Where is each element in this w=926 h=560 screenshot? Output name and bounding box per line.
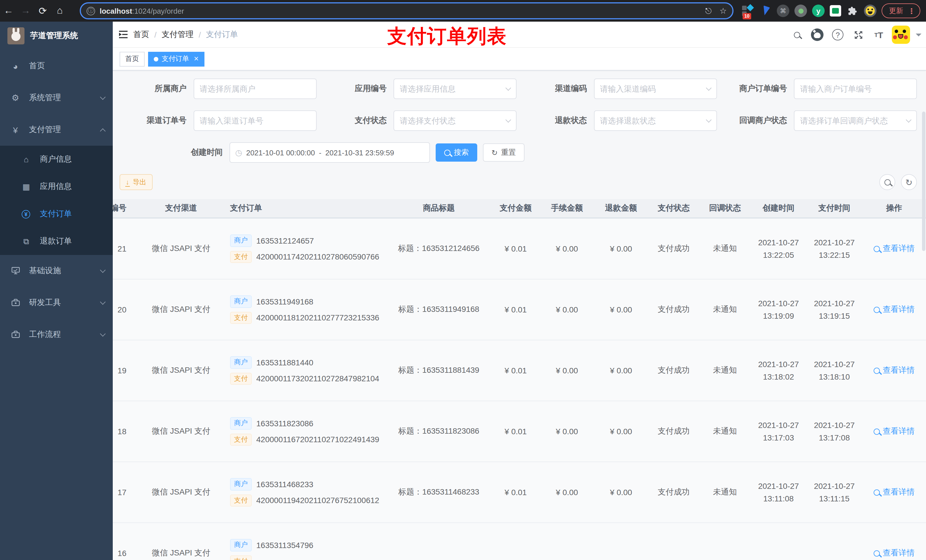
sidebar-item-home[interactable]: ◕ 首页	[0, 50, 113, 82]
chevron-up-icon	[100, 128, 106, 134]
select-caret-icon	[505, 117, 511, 123]
date-range-input[interactable]: ◷ 2021-10-01 00:00:00 - 2021-10-31 23:59…	[230, 142, 430, 163]
view-detail-link[interactable]: 查看详情	[874, 305, 915, 315]
filter-input-control[interactable]	[600, 84, 707, 93]
filter-input-control[interactable]	[800, 84, 911, 93]
filter-input-control[interactable]	[400, 116, 506, 125]
site-info-icon[interactable]: ⓘ	[86, 6, 95, 15]
extension-y-icon[interactable]: y	[812, 5, 825, 17]
view-detail-link[interactable]: 查看详情	[874, 487, 915, 497]
filter-input[interactable]	[794, 110, 917, 131]
sidebar-item-payment[interactable]: ¥ 支付管理	[0, 114, 113, 146]
filter-input[interactable]	[594, 78, 717, 99]
filter-input-control[interactable]	[800, 116, 906, 125]
table-row[interactable]: 18 微信 JSAPI 支付 商户 1635311823086 支付	[113, 401, 926, 462]
sidebar-item-pay-order[interactable]: ¥ 支付订单	[0, 200, 113, 228]
sidebar-item-infrastructure[interactable]: 基础设施	[0, 255, 113, 287]
table-row[interactable]: 21 微信 JSAPI 支付 商户 1635312124657 支付	[113, 219, 926, 279]
sidebar-item-merchant-info[interactable]: ⌂ 商户信息	[0, 146, 113, 173]
filter-input[interactable]	[193, 110, 316, 131]
filter-input-control[interactable]	[200, 116, 310, 125]
avatar-caret-icon[interactable]	[916, 33, 921, 39]
cell-amount: ¥ 0.01	[492, 427, 540, 436]
export-button[interactable]: ↓ 导出	[120, 174, 153, 190]
table-row[interactable]: 16 微信 JSAPI 支付 商户 1635311354796 支付	[113, 523, 926, 560]
sidebar-item-workflow[interactable]: 工作流程	[0, 319, 113, 350]
logo-avatar	[8, 27, 24, 44]
table-row[interactable]: 20 微信 JSAPI 支付 商户 1635311949168 支付	[113, 279, 926, 340]
share-icon[interactable]: ⎋	[705, 6, 711, 16]
date-filter-label: 创建时间	[116, 147, 230, 158]
back-icon[interactable]: ←	[0, 2, 17, 20]
extension-kite-icon[interactable]	[759, 5, 772, 17]
reload-icon[interactable]: ⟳	[34, 2, 51, 20]
breadcrumb-home[interactable]: 首页	[133, 29, 149, 39]
search-icon[interactable]	[789, 27, 804, 42]
fullscreen-icon[interactable]	[851, 27, 865, 42]
tab-pay-order[interactable]: 支付订单 ✕	[148, 51, 204, 66]
view-detail-link[interactable]: 查看详情	[874, 365, 915, 376]
extension-command-icon[interactable]: ⌘	[777, 5, 789, 17]
filter-label: 商户订单编号	[739, 84, 794, 94]
close-tab-icon[interactable]: ✕	[194, 55, 199, 63]
extensions-puzzle-icon[interactable]	[846, 5, 859, 17]
table-row[interactable]: 19 微信 JSAPI 支付 商户 1635311881440 支付	[113, 340, 926, 401]
view-detail-link[interactable]: 查看详情	[874, 244, 915, 254]
extension-chat-icon[interactable]	[830, 5, 841, 17]
merchant-order-no: 1635311823086	[256, 418, 313, 428]
tab-home[interactable]: 首页	[120, 51, 145, 66]
filter-input[interactable]	[594, 110, 717, 131]
collapse-sidebar-icon[interactable]	[113, 30, 133, 39]
home-icon[interactable]: ⌂	[51, 2, 68, 20]
update-button[interactable]: 更新 ⋮	[882, 3, 920, 18]
sidebar-item-app-info[interactable]: ▦ 应用信息	[0, 173, 113, 200]
filter-input[interactable]	[393, 78, 516, 99]
cell-status: 支付成功	[648, 487, 699, 497]
page-scrollbar[interactable]	[922, 112, 925, 251]
grid-icon: ▦	[22, 182, 31, 191]
user-avatar[interactable]	[892, 26, 910, 44]
extension-grid-icon[interactable]: 10	[741, 5, 754, 17]
merchant-tag: 商户	[230, 356, 252, 368]
help-icon[interactable]: ?	[830, 27, 845, 42]
cell-channel: 微信 JSAPI 支付	[136, 305, 227, 315]
profile-avatar[interactable]	[864, 5, 876, 17]
view-detail-link[interactable]: 查看详情	[874, 548, 915, 558]
sidebar-item-dev-tools[interactable]: 研发工具	[0, 287, 113, 319]
search-button[interactable]: 搜索	[436, 143, 477, 162]
font-size-icon[interactable]: TT	[872, 27, 886, 42]
merchant-order-no: 1635312124657	[256, 236, 314, 245]
cell-create-time: 2021-10-2713:18:02	[750, 358, 806, 383]
breadcrumb-payment[interactable]: 支付管理	[162, 29, 194, 39]
pay-tag: 支付	[230, 312, 252, 324]
filter-input-control[interactable]	[400, 84, 506, 93]
bookmark-star-icon[interactable]: ☆	[720, 6, 727, 15]
filter-field: 退款状态	[516, 110, 717, 131]
toggle-search-button[interactable]	[879, 174, 895, 190]
extension-dot-icon[interactable]	[794, 5, 807, 17]
filter-input[interactable]	[794, 78, 917, 99]
cell-notify: 未通知	[699, 244, 750, 254]
filter-label: 退款状态	[555, 116, 594, 126]
sidebar-item-refund-order[interactable]: ⧉ 退款订单	[0, 228, 113, 255]
address-bar[interactable]: ⓘ localhost:1024/pay/order ⎋ ☆	[80, 2, 734, 20]
filter-input[interactable]	[393, 110, 516, 131]
table-header-cell: 创建时间	[750, 203, 806, 213]
cell-id: 21	[113, 244, 136, 253]
refresh-table-button[interactable]: ↻	[901, 174, 917, 190]
filter-input-control[interactable]	[200, 84, 310, 93]
browser-menu-icon[interactable]: ⋮	[908, 6, 915, 15]
sidebar-item-system[interactable]: ⚙ 系统管理	[0, 82, 113, 114]
github-icon[interactable]	[810, 27, 825, 42]
forward-icon[interactable]: →	[17, 2, 34, 20]
chevron-down-icon	[100, 94, 106, 100]
cell-refund: ¥ 0.00	[594, 305, 648, 314]
filter-input-control[interactable]	[600, 116, 707, 125]
refresh-icon: ↻	[492, 148, 498, 157]
app-logo[interactable]: 芋道管理系统	[0, 22, 113, 50]
reset-button[interactable]: ↻ 重置	[483, 143, 525, 162]
filter-input[interactable]	[193, 78, 316, 99]
cell-fee: ¥ 0.00	[540, 488, 594, 497]
view-detail-link[interactable]: 查看详情	[874, 426, 915, 436]
table-row[interactable]: 17 微信 JSAPI 支付 商户 1635311468233 支付	[113, 462, 926, 523]
